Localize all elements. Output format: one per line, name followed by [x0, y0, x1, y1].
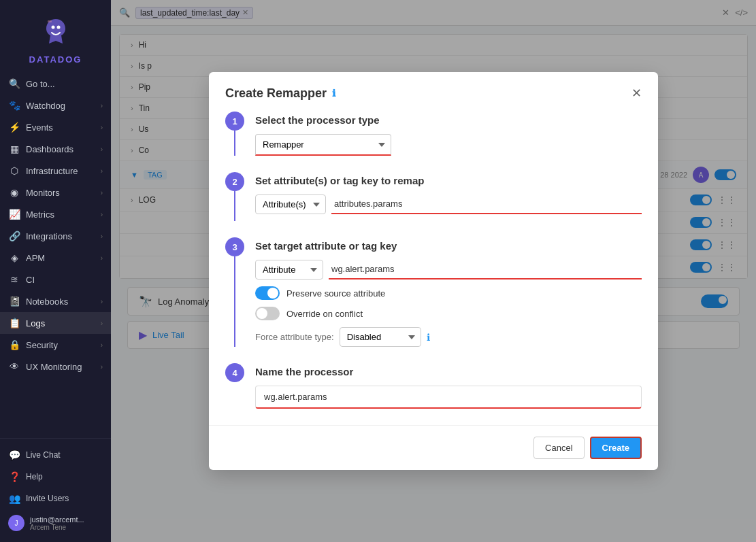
step-line-3: 3 — [225, 237, 244, 347]
step-2-content: Set attribute(s) or tag key to remap Att… — [255, 172, 642, 221]
attribute-type-dropdown[interactable]: Attribute(s) — [255, 194, 326, 214]
invite-icon: 👥 — [8, 493, 20, 504]
force-attribute-row: Force attribute type: Disabled ℹ — [255, 327, 642, 347]
dashboards-icon: ▦ — [8, 143, 20, 154]
sidebar-item-logs[interactable]: 📋 Logs › — [0, 312, 111, 334]
step-2-title: Set attribute(s) or tag key to remap — [255, 175, 642, 186]
chevron-icon: › — [101, 146, 103, 153]
modal-body: 1 Select the processor type Remapper 2 — [209, 112, 658, 425]
avatar: J — [8, 515, 24, 531]
chevron-icon: › — [101, 189, 103, 197]
sidebar-item-ux-monitoring[interactable]: 👁 UX Monitoring › — [0, 356, 111, 377]
go-to-search[interactable]: 🔍 Go to... — [0, 73, 111, 95]
user-name: justin@arcemt... — [30, 515, 84, 524]
sidebar-bottom: 💬 Live Chat ❓ Help 👥 Invite Users J just… — [0, 438, 111, 542]
chat-icon: 💬 — [8, 450, 20, 460]
attribute-form-row: Attribute(s) — [255, 194, 642, 214]
override-label: Override on conflict — [286, 309, 363, 319]
monitors-icon: ◉ — [8, 187, 20, 198]
step-4-circle: 4 — [225, 363, 244, 382]
chevron-icon: › — [101, 254, 103, 262]
step-2-container: 2 Set attribute(s) or tag key to remap A… — [225, 172, 642, 221]
help-icon: ❓ — [8, 471, 20, 482]
chevron-icon: › — [101, 341, 103, 349]
create-button[interactable]: Create — [590, 437, 642, 459]
svg-point-2 — [56, 26, 60, 29]
chevron-icon: › — [101, 363, 103, 371]
chevron-icon: › — [101, 167, 103, 175]
cancel-button[interactable]: Cancel — [533, 437, 584, 459]
watchdog-icon: 🐾 — [8, 100, 20, 111]
modal-overlay: Create Remapper ℹ ✕ 1 Select the process… — [111, 0, 756, 542]
ux-icon: 👁 — [8, 361, 20, 372]
sidebar-item-dashboards[interactable]: ▦ Dashboards › — [0, 138, 111, 160]
target-form-row: Attribute — [255, 260, 642, 280]
step-line-1: 1 — [225, 112, 244, 156]
notebooks-icon: 📓 — [8, 296, 20, 307]
sidebar-item-security[interactable]: 🔒 Security › — [0, 334, 111, 356]
metrics-icon: 📈 — [8, 209, 20, 220]
force-help-icon[interactable]: ℹ — [427, 332, 430, 343]
step-4-content: Name the processor — [255, 363, 642, 409]
svg-point-1 — [51, 26, 54, 29]
step-vline — [234, 131, 235, 156]
infrastructure-icon: ⬡ — [8, 165, 20, 176]
force-type-dropdown[interactable]: Disabled — [340, 327, 421, 347]
preserve-toggle-row: Preserve source attribute — [255, 286, 642, 300]
step-4-container: 4 Name the processor — [225, 363, 642, 409]
chevron-icon: › — [101, 320, 103, 327]
sidebar-item-integrations[interactable]: 🔗 Integrations › — [0, 225, 111, 247]
apm-icon: ◈ — [8, 252, 20, 263]
sidebar-nav: 🐾 Watchdog › ⚡ Events › ▦ Dashboards › ⬡… — [0, 95, 111, 438]
svg-rect-3 — [48, 20, 52, 22]
chevron-icon: › — [101, 124, 103, 131]
sidebar-item-events[interactable]: ⚡ Events › — [0, 116, 111, 138]
sidebar-item-monitors[interactable]: ◉ Monitors › — [0, 182, 111, 203]
chevron-icon: › — [101, 298, 103, 305]
help-icon[interactable]: ℹ — [332, 88, 335, 99]
logs-icon: 📋 — [8, 318, 20, 328]
logo-area: DATADOG — [0, 0, 111, 73]
target-attribute-input[interactable] — [329, 260, 642, 280]
sidebar: DATADOG 🔍 Go to... 🐾 Watchdog › ⚡ Events… — [0, 0, 111, 542]
step-3-content: Set target attribute or tag key Attribut… — [255, 237, 642, 347]
sidebar-item-infrastructure[interactable]: ⬡ Infrastructure › — [0, 160, 111, 182]
sidebar-item-apm[interactable]: ◈ APM › — [0, 247, 111, 269]
step-1-container: 1 Select the processor type Remapper — [225, 112, 642, 156]
processor-name-input[interactable] — [255, 386, 642, 409]
user-profile[interactable]: J justin@arcemt... Arcem Tene — [0, 509, 111, 537]
step-indicator-4: 4 — [225, 363, 244, 409]
invite-users-button[interactable]: 👥 Invite Users — [0, 488, 111, 509]
step-1-title: Select the processor type — [255, 114, 642, 126]
sidebar-item-live-chat[interactable]: 💬 Live Chat — [0, 444, 111, 466]
sidebar-item-ci[interactable]: ≋ CI — [0, 269, 111, 290]
override-toggle[interactable] — [255, 307, 280, 320]
sidebar-item-help[interactable]: ❓ Help — [0, 466, 111, 488]
step-vline — [234, 256, 235, 347]
step-vline — [234, 191, 235, 221]
preserve-label: Preserve source attribute — [286, 288, 385, 299]
integrations-icon: 🔗 — [8, 231, 20, 241]
logo-icon — [35, 11, 76, 52]
ci-icon: ≋ — [8, 274, 20, 285]
sidebar-item-watchdog[interactable]: 🐾 Watchdog › — [0, 95, 111, 116]
override-toggle-row: Override on conflict — [255, 307, 642, 320]
user-org: Arcem Tene — [30, 524, 84, 531]
sidebar-item-metrics[interactable]: 📈 Metrics › — [0, 203, 111, 225]
step-1-circle: 1 — [225, 112, 244, 131]
modal-header: Create Remapper ℹ ✕ — [209, 72, 658, 112]
modal-title: Create Remapper ℹ — [225, 86, 335, 101]
step-1-content: Select the processor type Remapper — [255, 112, 642, 156]
preserve-toggle[interactable] — [255, 286, 280, 300]
sidebar-item-notebooks[interactable]: 📓 Notebooks › — [0, 290, 111, 312]
step-4-title: Name the processor — [255, 366, 642, 377]
chevron-icon: › — [101, 102, 103, 109]
chevron-icon: › — [101, 211, 103, 218]
attribute-input[interactable] — [331, 194, 642, 214]
modal-footer: Cancel Create — [209, 425, 658, 470]
processor-type-dropdown[interactable]: Remapper — [255, 134, 391, 156]
step-3-container: 3 Set target attribute or tag key Attrib… — [225, 237, 642, 347]
modal-close-button[interactable]: ✕ — [631, 86, 642, 101]
chevron-icon: › — [101, 233, 103, 240]
target-type-dropdown[interactable]: Attribute — [255, 260, 323, 280]
